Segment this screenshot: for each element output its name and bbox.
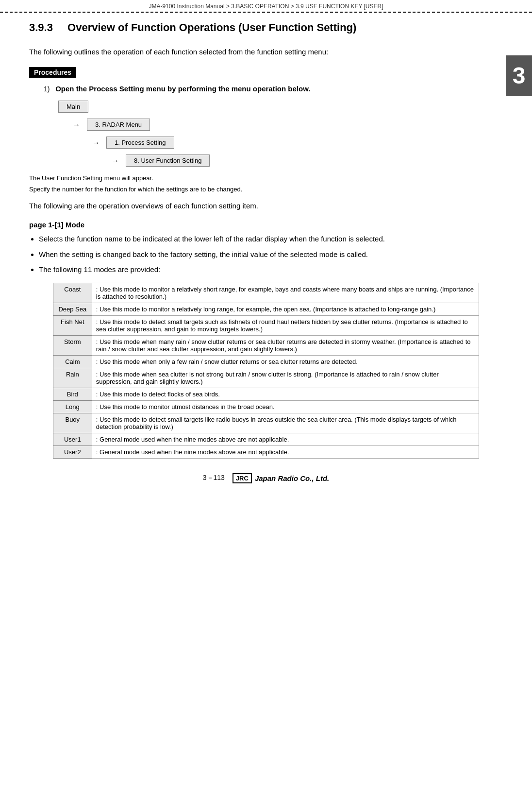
following-text: The following are the operation overview…	[29, 200, 503, 212]
mode-desc-cell: : Use this mode when only a few rain / s…	[92, 355, 479, 368]
arrow-3: →	[112, 156, 119, 165]
table-row: Bird: Use this mode to detect flocks of …	[53, 388, 479, 400]
mode-name-cell: Storm	[53, 335, 92, 355]
intro-paragraph: The following outlines the operation of …	[29, 46, 503, 58]
jrc-logo: JRC Japan Radio Co., Ltd.	[233, 473, 329, 483]
note-1: The User Function Setting menu will appe…	[29, 174, 503, 182]
mode-desc-cell: : General mode used when the nine modes …	[92, 445, 479, 458]
step-number: 1)	[44, 85, 50, 93]
chapter-number: 3	[513, 63, 526, 88]
mode-desc-cell: : Use this mode to monitor a relatively …	[92, 283, 479, 303]
mode-name-cell: Rain	[53, 368, 92, 388]
mode-name-cell: Calm	[53, 355, 92, 368]
modes-table: Coast: Use this mode to monitor a relati…	[53, 283, 479, 459]
bullet-item: Selects the function name to be indicate…	[39, 233, 503, 245]
note-1-text: The User Function Setting menu will appe…	[29, 174, 153, 182]
table-row: User1: General mode used when the nine m…	[53, 433, 479, 445]
mode-desc-cell: : Use this mode to detect flocks of sea …	[92, 388, 479, 400]
mode-name-cell: Long	[53, 400, 92, 413]
menu-main-label: Main	[66, 103, 80, 110]
bullet-item: When the setting is changed back to the …	[39, 248, 503, 261]
mode-heading: page 1-[1] Mode	[29, 221, 503, 229]
arrow-1: →	[73, 120, 80, 129]
mode-desc-cell: : General mode used when the nine modes …	[92, 433, 479, 445]
menu-item-3-label: 8. User Function Setting	[134, 157, 201, 164]
section-number: 3.9.3	[29, 21, 53, 34]
menu-item-1-label: 3. RADAR Menu	[95, 121, 142, 128]
section-title: 3.9.3 Overview of Function Operations (U…	[29, 21, 503, 34]
table-row: Coast: Use this mode to monitor a relati…	[53, 283, 479, 303]
mode-name-cell: User1	[53, 433, 92, 445]
procedures-badge: Procedures	[29, 67, 76, 78]
arrow-2: →	[92, 138, 100, 147]
mode-desc-cell: : Use this mode when sea clutter is not …	[92, 368, 479, 388]
menu-item-3: 8. User Function Setting	[126, 154, 210, 167]
menu-main: Main	[58, 101, 88, 113]
menu-item-2: 1. Process Setting	[106, 137, 174, 149]
step-label: Open the Process Setting menu by perform…	[55, 85, 310, 93]
intro-text: The following outlines the operation of …	[29, 48, 328, 56]
breadcrumb: JMA-9100 Instruction Manual > 3.BASIC OP…	[0, 0, 532, 13]
chapter-tab: 3	[506, 55, 532, 96]
mode-name-cell: Coast	[53, 283, 92, 303]
bullet-list: Selects the function name to be indicate…	[39, 233, 503, 276]
table-row: Storm: Use this mode when many rain / sn…	[53, 335, 479, 355]
menu-flow: Main → 3. RADAR Menu → 1. Process Settin…	[58, 101, 503, 167]
page-content: 3 3.9.3 Overview of Function Operations …	[0, 17, 532, 503]
note-2-text: Specify the number for the function for …	[29, 186, 242, 193]
bullet-item: The following 11 modes are provided:	[39, 263, 503, 276]
mode-heading-text: page 1-[1] Mode	[29, 221, 84, 229]
step-1: 1) Open the Process Setting menu by perf…	[44, 85, 503, 93]
mode-name-cell: Buoy	[53, 413, 92, 433]
menu-row-2: → 1. Process Setting	[58, 137, 503, 149]
menu-row-main: Main	[58, 101, 503, 113]
mode-desc-cell: : Use this mode when many rain / snow cl…	[92, 335, 479, 355]
mode-desc-cell: : Use this mode to detect small targets …	[92, 413, 479, 433]
mode-desc-cell: : Use this mode to detect small targets …	[92, 315, 479, 335]
mode-name-cell: User2	[53, 445, 92, 458]
table-row: Buoy: Use this mode to detect small targ…	[53, 413, 479, 433]
page-number: 3－113	[203, 474, 225, 482]
table-row: Fish Net: Use this mode to detect small …	[53, 315, 479, 335]
table-row: Rain: Use this mode when sea clutter is …	[53, 368, 479, 388]
note-2: Specify the number for the function for …	[29, 186, 503, 193]
table-row: User2: General mode used when the nine m…	[53, 445, 479, 458]
menu-row-1: → 3. RADAR Menu	[58, 119, 503, 131]
mode-desc-cell: : Use this mode to monitor a relatively …	[92, 303, 479, 315]
mode-name-cell: Bird	[53, 388, 92, 400]
mode-desc-cell: : Use this mode to monitor utmost distan…	[92, 400, 479, 413]
menu-row-3: → 8. User Function Setting	[58, 154, 503, 167]
section-title-text: Overview of Function Operations (User Fu…	[67, 21, 356, 34]
menu-item-2-label: 1. Process Setting	[115, 139, 166, 146]
procedures-label: Procedures	[34, 68, 71, 76]
table-row: Long: Use this mode to monitor utmost di…	[53, 400, 479, 413]
table-row: Calm: Use this mode when only a few rain…	[53, 355, 479, 368]
page-footer: 3－113 JRC Japan Radio Co., Ltd.	[29, 473, 503, 483]
following-text-span: The following are the operation overview…	[29, 202, 258, 210]
table-row: Deep Sea: Use this mode to monitor a rel…	[53, 303, 479, 315]
mode-name-cell: Deep Sea	[53, 303, 92, 315]
jrc-name: Japan Radio Co., Ltd.	[255, 474, 329, 482]
jrc-badge: JRC	[233, 473, 252, 483]
breadcrumb-text: JMA-9100 Instruction Manual > 3.BASIC OP…	[149, 3, 383, 10]
menu-item-1: 3. RADAR Menu	[87, 119, 150, 131]
mode-name-cell: Fish Net	[53, 315, 92, 335]
